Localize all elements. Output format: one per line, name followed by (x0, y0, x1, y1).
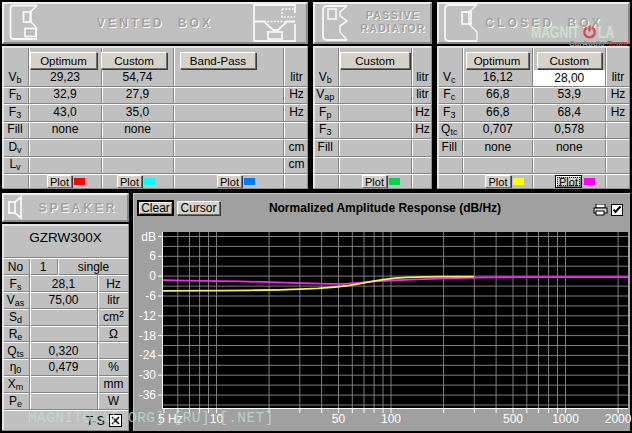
svg-text:2000: 2000 (605, 412, 632, 426)
svg-text:0: 0 (149, 269, 156, 283)
svg-text:100: 100 (381, 412, 401, 426)
svg-text:-6: -6 (145, 289, 156, 303)
svg-text:50: 50 (332, 412, 346, 426)
svg-text:-12: -12 (139, 309, 157, 323)
svg-text:dB: dB (141, 230, 156, 244)
svg-text:6: 6 (149, 249, 156, 263)
svg-text:-36: -36 (139, 388, 157, 402)
svg-text:-24: -24 (139, 348, 157, 362)
svg-text:1000: 1000 (552, 412, 579, 426)
svg-text:-30: -30 (139, 368, 157, 382)
svg-text:500: 500 (503, 412, 523, 426)
svg-text:-18: -18 (139, 329, 157, 343)
